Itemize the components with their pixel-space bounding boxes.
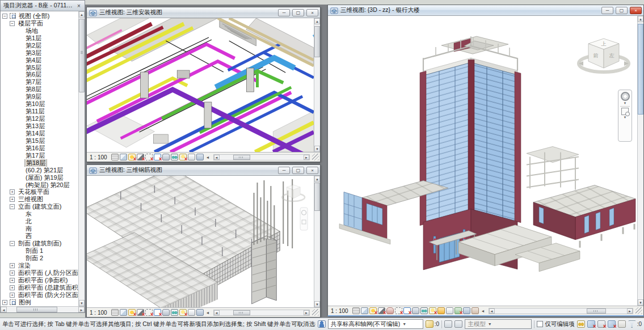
- horizontal-scrollbar[interactable]: ◄ ►: [489, 308, 633, 314]
- tree-item[interactable]: 剖面 1: [1, 247, 78, 255]
- scrollbar-thumb[interactable]: [16, 307, 57, 312]
- tree-item[interactable]: −剖面 (建筑剖面): [1, 240, 78, 247]
- shadows-icon[interactable]: [137, 309, 144, 316]
- expand-toggle-icon[interactable]: +: [10, 293, 15, 298]
- tree-item[interactable]: 北: [1, 218, 78, 225]
- displacement-sets-icon[interactable]: [196, 309, 204, 316]
- scroll-up-icon[interactable]: ▲: [314, 18, 320, 24]
- collapse-chevron-icon[interactable]: ◄: [206, 155, 210, 159]
- visual-style-icon[interactable]: [361, 307, 368, 314]
- expand-toggle-icon[interactable]: +: [10, 278, 15, 283]
- temporary-view-properties-icon[interactable]: [188, 154, 195, 160]
- mep-3d-canvas[interactable]: [87, 18, 314, 152]
- sun-path-icon[interactable]: [128, 154, 136, 160]
- tree-item[interactable]: 第15层: [1, 137, 78, 145]
- temporary-view-properties-icon[interactable]: [188, 309, 195, 316]
- show-crop-icon[interactable]: [154, 309, 161, 316]
- minimize-icon[interactable]: ─: [278, 9, 290, 16]
- crop-view-icon[interactable]: [145, 309, 153, 316]
- minimize-icon[interactable]: ─: [278, 167, 290, 174]
- tree-item[interactable]: 第2层: [1, 42, 78, 49]
- scroll-left-icon[interactable]: ◄: [214, 310, 220, 315]
- scroll-up-icon[interactable]: ▲: [638, 16, 643, 22]
- scroll-down-icon[interactable]: ▼: [79, 300, 85, 306]
- resize-grip[interactable]: [635, 307, 642, 314]
- sun-path-icon[interactable]: [128, 309, 136, 316]
- close-icon[interactable]: ×: [306, 9, 318, 16]
- window-titlebar[interactable]: 三维视图: {3D - zz} - 银行大楼 ─ ▢ ×: [328, 5, 643, 16]
- editable-only-checkbox[interactable]: 仅可编辑项: [537, 320, 575, 328]
- editing-requests-icon[interactable]: [426, 320, 433, 328]
- tree-item[interactable]: 第6层: [1, 71, 78, 79]
- vertical-scrollbar[interactable]: ▲ ▼: [314, 18, 320, 152]
- design-option-select[interactable]: 主模型 ▼: [465, 319, 532, 329]
- visual-style-icon[interactable]: [120, 309, 127, 316]
- collapse-chevron-icon[interactable]: ◄: [481, 309, 485, 313]
- horizontal-scrollbar[interactable]: ◄ ►: [213, 310, 310, 316]
- scroll-left-icon[interactable]: ◄: [489, 308, 495, 314]
- tree-item[interactable]: +图例: [1, 299, 78, 306]
- pin-position-icon[interactable]: [608, 320, 616, 328]
- tree-item[interactable]: (60.2) 第21层: [1, 167, 78, 174]
- restore-icon[interactable]: ▢: [292, 167, 304, 174]
- scroll-up-icon[interactable]: ▲: [314, 176, 320, 182]
- tree-item[interactable]: 第9层: [1, 93, 78, 100]
- tree-item[interactable]: +渲染: [1, 262, 78, 269]
- scroll-down-icon[interactable]: ▼: [314, 301, 320, 307]
- tree-item[interactable]: 第10层: [1, 100, 78, 108]
- render-dialog-icon[interactable]: [386, 307, 394, 314]
- collapse-chevron-icon[interactable]: ◄: [206, 311, 210, 315]
- scroll-right-icon[interactable]: ►: [627, 308, 633, 314]
- tree-item[interactable]: −视图 (全部): [1, 12, 78, 20]
- worksharing-display-icon[interactable]: [437, 307, 445, 314]
- press-drag-icon[interactable]: [618, 320, 626, 328]
- scrollbar-thumb[interactable]: [233, 310, 250, 315]
- view-window-mep[interactable]: 三维视图: 三维安装视图 ─ ▢ ×: [86, 7, 321, 162]
- resize-grip[interactable]: [312, 154, 319, 160]
- scrollbar-thumb[interactable]: [314, 26, 320, 57]
- collapse-toggle-icon[interactable]: −: [10, 21, 15, 26]
- crop-view-icon[interactable]: [395, 307, 402, 314]
- detail-level-icon[interactable]: [111, 309, 119, 316]
- window-titlebar[interactable]: 三维视图: 三维钢筋视图 ─ ▢ ×: [87, 165, 320, 176]
- close-icon[interactable]: ×: [630, 7, 642, 14]
- sun-path-icon[interactable]: [369, 307, 377, 314]
- tree-item[interactable]: 第17层: [1, 152, 78, 159]
- scroll-left-icon[interactable]: ◄: [1, 307, 7, 312]
- scroll-down-icon[interactable]: ▼: [314, 146, 320, 152]
- show-crop-icon[interactable]: [403, 307, 411, 314]
- scrollbar-thumb[interactable]: [79, 19, 85, 92]
- tree-item[interactable]: 第14层: [1, 130, 78, 137]
- temporary-hide-isolate-icon[interactable]: [420, 307, 428, 314]
- view-scale-button[interactable]: 1 : 100: [331, 308, 348, 314]
- restore-icon[interactable]: ▢: [292, 9, 304, 16]
- tree-item[interactable]: 第8层: [1, 86, 78, 93]
- view-window-building[interactable]: 三维视图: {3D - zz} - 银行大楼 ─ ▢ ×: [327, 5, 644, 316]
- steering-wheel-icon[interactable]: [621, 92, 630, 101]
- expand-toggle-icon[interactable]: +: [10, 270, 15, 276]
- tree-item[interactable]: 第7层: [1, 78, 78, 86]
- highlight-displacement-sets-icon[interactable]: [472, 307, 479, 314]
- detail-level-icon[interactable]: [111, 154, 119, 160]
- temporary-hide-isolate-icon[interactable]: [171, 154, 178, 160]
- expand-toggle-icon[interactable]: +: [2, 300, 7, 305]
- shadows-icon[interactable]: [378, 307, 385, 314]
- scroll-right-icon[interactable]: ►: [304, 155, 309, 160]
- tree-item[interactable]: (构架层) 第20层: [1, 181, 78, 189]
- reveal-hidden-elements-icon[interactable]: [429, 307, 436, 314]
- tree-item[interactable]: +三维视图: [1, 196, 78, 203]
- checkbox-icon[interactable]: [537, 321, 543, 327]
- reveal-hidden-elements-icon[interactable]: [179, 309, 187, 316]
- zoom-icon[interactable]: [621, 108, 629, 115]
- tree-item[interactable]: 剖面 2: [1, 255, 78, 262]
- temporary-hide-isolate-icon[interactable]: [171, 309, 178, 316]
- view-lock-icon[interactable]: [162, 154, 170, 160]
- design-options-pick-icon[interactable]: [454, 320, 462, 328]
- chevron-down-icon[interactable]: ▼: [624, 116, 627, 119]
- collapse-toggle-icon[interactable]: −: [10, 204, 15, 209]
- scroll-right-icon[interactable]: ►: [304, 310, 309, 315]
- tree-item[interactable]: 东: [1, 210, 78, 218]
- tree-item[interactable]: +天花板平面: [1, 189, 78, 196]
- navigation-bar[interactable]: ▼ ▼: [618, 90, 632, 142]
- scroll-up-icon[interactable]: ▲: [79, 11, 85, 18]
